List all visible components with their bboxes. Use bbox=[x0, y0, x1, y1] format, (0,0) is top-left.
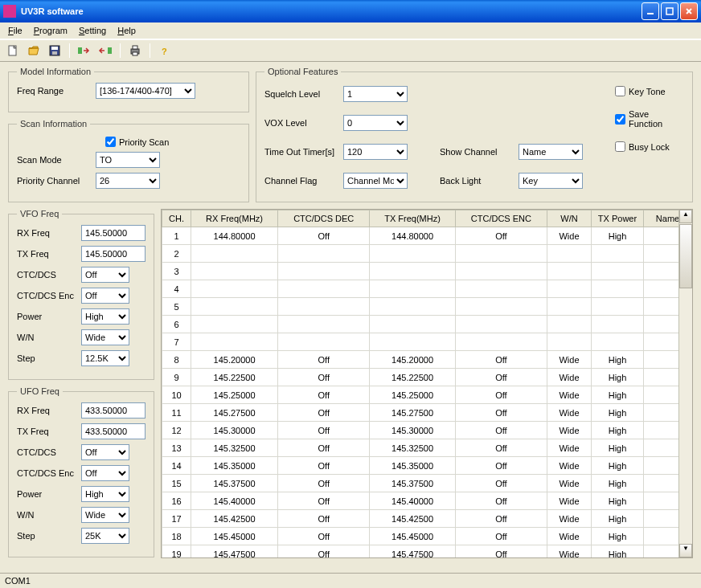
cell-enc[interactable] bbox=[455, 333, 547, 351]
cell-tx[interactable]: 144.80000 bbox=[370, 227, 455, 245]
vfo-power-select[interactable]: High bbox=[81, 308, 129, 325]
open-icon[interactable] bbox=[26, 43, 42, 59]
cell-tx[interactable]: 145.22500 bbox=[370, 369, 455, 386]
priority-channel-select[interactable]: 26 bbox=[96, 173, 160, 189]
cell-dec[interactable] bbox=[278, 263, 370, 280]
vfo-rx-input[interactable] bbox=[81, 225, 146, 241]
cell-enc[interactable]: Off bbox=[455, 545, 547, 559]
cell-dec[interactable]: Off bbox=[278, 528, 370, 545]
cell-wn[interactable] bbox=[547, 263, 592, 280]
cell-enc[interactable]: Off bbox=[455, 422, 547, 439]
cell-tx[interactable]: 145.25000 bbox=[370, 386, 455, 404]
cell-pwr[interactable]: High bbox=[592, 369, 644, 386]
table-row[interactable]: 8145.20000Off145.20000OffWideHigh bbox=[162, 351, 692, 369]
cell-rx[interactable]: 145.32500 bbox=[191, 439, 278, 457]
table-row[interactable]: 7 bbox=[162, 333, 692, 351]
cell-ch[interactable]: 1 bbox=[162, 227, 191, 245]
scrollbar[interactable]: ▲ ▼ bbox=[678, 210, 692, 557]
cell-pwr[interactable]: High bbox=[592, 404, 644, 422]
cell-tx[interactable]: 145.42500 bbox=[370, 510, 455, 528]
ufo-ctcenc-select[interactable]: Off bbox=[81, 465, 129, 481]
maximize-button[interactable] bbox=[661, 2, 678, 20]
cell-ch[interactable]: 3 bbox=[162, 263, 191, 280]
cell-rx[interactable] bbox=[191, 316, 278, 333]
print-icon[interactable] bbox=[127, 43, 143, 59]
cell-wn[interactable]: Wide bbox=[547, 457, 592, 475]
cell-wn[interactable]: Wide bbox=[547, 510, 592, 528]
cell-dec[interactable]: Off bbox=[278, 545, 370, 559]
cell-rx[interactable]: 145.35000 bbox=[191, 457, 278, 475]
scroll-thumb[interactable] bbox=[679, 224, 692, 288]
cell-ch[interactable]: 8 bbox=[162, 351, 191, 369]
scan-mode-select[interactable]: TO bbox=[96, 152, 160, 168]
cell-ch[interactable]: 15 bbox=[162, 475, 191, 492]
cell-dec[interactable]: Off bbox=[278, 404, 370, 422]
showch-select[interactable]: Name bbox=[519, 144, 583, 160]
channel-table[interactable]: CH. RX Freq(MHz) CTC/DCS DEC TX Freq(MHz… bbox=[162, 210, 692, 558]
ufo-rx-input[interactable] bbox=[81, 402, 146, 419]
cell-ch[interactable]: 4 bbox=[162, 280, 191, 298]
col-wn[interactable]: W/N bbox=[547, 210, 592, 227]
cell-ch[interactable]: 11 bbox=[162, 404, 191, 422]
cell-tx[interactable]: 145.30000 bbox=[370, 422, 455, 439]
cell-ch[interactable]: 19 bbox=[162, 545, 191, 559]
cell-wn[interactable]: Wide bbox=[547, 227, 592, 245]
vfo-wn-select[interactable]: Wide bbox=[81, 329, 129, 345]
table-row[interactable]: 2 bbox=[162, 245, 692, 263]
scroll-up-icon[interactable]: ▲ bbox=[679, 210, 692, 223]
cell-pwr[interactable] bbox=[592, 316, 644, 333]
cell-rx[interactable] bbox=[191, 245, 278, 263]
table-row[interactable]: 19145.47500Off145.47500OffWideHigh bbox=[162, 545, 692, 559]
cell-tx[interactable]: 145.32500 bbox=[370, 439, 455, 457]
cell-ch[interactable]: 12 bbox=[162, 422, 191, 439]
cell-ch[interactable]: 18 bbox=[162, 528, 191, 545]
table-row[interactable]: 4 bbox=[162, 280, 692, 298]
cell-dec[interactable] bbox=[278, 298, 370, 316]
ufo-wn-select[interactable]: Wide bbox=[81, 507, 129, 523]
cell-wn[interactable]: Wide bbox=[547, 404, 592, 422]
table-row[interactable]: 15145.37500Off145.37500OffWideHigh bbox=[162, 475, 692, 492]
cell-enc[interactable]: Off bbox=[455, 475, 547, 492]
cell-enc[interactable]: Off bbox=[455, 457, 547, 475]
cell-ch[interactable]: 14 bbox=[162, 457, 191, 475]
ufo-power-select[interactable]: High bbox=[81, 486, 129, 502]
col-pwr[interactable]: TX Power bbox=[592, 210, 644, 227]
cell-pwr[interactable]: High bbox=[592, 492, 644, 510]
cell-ch[interactable]: 5 bbox=[162, 298, 191, 316]
vfo-tx-input[interactable] bbox=[81, 246, 146, 262]
cell-wn[interactable] bbox=[547, 298, 592, 316]
cell-dec[interactable]: Off bbox=[278, 351, 370, 369]
cell-enc[interactable]: Off bbox=[455, 404, 547, 422]
cell-dec[interactable]: Off bbox=[278, 369, 370, 386]
cell-wn[interactable] bbox=[547, 316, 592, 333]
scroll-down-icon[interactable]: ▼ bbox=[679, 544, 692, 557]
cell-pwr[interactable] bbox=[592, 245, 644, 263]
cell-ch[interactable]: 10 bbox=[162, 386, 191, 404]
vfo-step-select[interactable]: 12.5K bbox=[81, 350, 129, 366]
cell-enc[interactable]: Off bbox=[455, 510, 547, 528]
cell-pwr[interactable]: High bbox=[592, 439, 644, 457]
cell-tx[interactable]: 145.37500 bbox=[370, 475, 455, 492]
cell-dec[interactable] bbox=[278, 316, 370, 333]
col-ch[interactable]: CH. bbox=[162, 210, 191, 227]
table-row[interactable]: 1144.80000Off144.80000OffWideHigh bbox=[162, 227, 692, 245]
cell-dec[interactable]: Off bbox=[278, 457, 370, 475]
cell-tx[interactable]: 145.20000 bbox=[370, 351, 455, 369]
table-row[interactable]: 5 bbox=[162, 298, 692, 316]
cell-dec[interactable]: Off bbox=[278, 510, 370, 528]
cell-tx[interactable] bbox=[370, 263, 455, 280]
cell-enc[interactable] bbox=[455, 280, 547, 298]
cell-pwr[interactable]: High bbox=[592, 351, 644, 369]
cell-wn[interactable]: Wide bbox=[547, 492, 592, 510]
cell-tx[interactable]: 145.45000 bbox=[370, 528, 455, 545]
col-enc[interactable]: CTC/DCS ENC bbox=[455, 210, 547, 227]
cell-enc[interactable]: Off bbox=[455, 492, 547, 510]
table-row[interactable]: 6 bbox=[162, 316, 692, 333]
cell-wn[interactable]: Wide bbox=[547, 528, 592, 545]
busylock-checkbox[interactable] bbox=[615, 141, 625, 152]
write-radio-icon[interactable] bbox=[97, 43, 113, 59]
cell-pwr[interactable]: High bbox=[592, 475, 644, 492]
table-row[interactable]: 3 bbox=[162, 263, 692, 280]
cell-tx[interactable] bbox=[370, 316, 455, 333]
cell-pwr[interactable]: High bbox=[592, 510, 644, 528]
